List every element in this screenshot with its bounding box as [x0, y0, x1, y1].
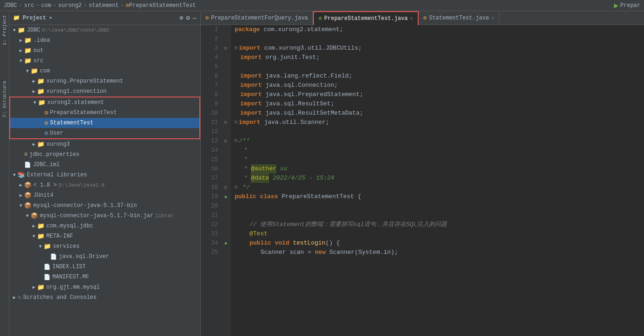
tree-item-xurong3[interactable]: ▶ 📁 xurong3 — [9, 139, 200, 149]
tree-item-index-list[interactable]: 📄 INDEX.LIST — [9, 262, 200, 272]
tree-arrow-collapsed[interactable]: ▶ — [18, 193, 24, 198]
tree-arrow-expanded[interactable]: ▼ — [18, 203, 24, 208]
tree-label-user: User — [50, 130, 64, 136]
tree-label-com-mysql-jdbc: com.mysql.jdbc — [46, 223, 93, 229]
code-line-8: import java.sql.PreparedStatement; — [235, 90, 644, 99]
fold-inline-13[interactable]: ⊟ — [235, 136, 237, 146]
javadoc-17-prefix: * — [240, 174, 251, 183]
code-text-10: java.sql.ResultSetMetaData; — [262, 109, 363, 118]
tree-item-xurong1[interactable]: ▶ 📁 xurong1.connection — [9, 86, 200, 97]
fold-icon-11[interactable]: ⊟ — [224, 120, 227, 125]
tree-item-user[interactable]: ⚙ User — [10, 128, 199, 138]
tree-label-mysql-connector: mysql-connector-java-5.1.37-bin — [33, 202, 137, 209]
tree-item-scratches[interactable]: ▶ ✎ Scratches and Consoles — [9, 292, 200, 303]
fold-inline-11[interactable]: ⊟ — [235, 118, 237, 127]
tree-item-xurong-ps[interactable]: ▶ 📁 xurong.PrepareStatement — [9, 76, 200, 86]
tree-item-jdbc-root[interactable]: ▼ 📁 JDBC D:\Java\JDBC\note\JDBC — [9, 25, 200, 35]
ln-23: 23 — [201, 229, 218, 239]
fold-inline-18[interactable]: ⊟ — [235, 183, 237, 192]
tree-arrow[interactable]: ▼ — [11, 28, 18, 33]
tree-arrow-collapsed[interactable]: ▶ — [18, 48, 24, 53]
project-dropdown-arrow[interactable]: ▾ — [49, 14, 52, 21]
fold-icon-3[interactable]: ⊟ — [224, 45, 227, 51]
run-gutter-19[interactable]: ▶ — [225, 194, 228, 200]
tree-arrow-expanded[interactable]: ▼ — [31, 234, 37, 239]
kw-class-19: class — [260, 192, 278, 201]
locate-icon[interactable]: ⊕ — [179, 14, 183, 22]
tree-item-preparestatementtest[interactable]: ⚙ PrepareStatementTest — [10, 108, 199, 118]
tree-item-mysql-connector[interactable]: ▼ 📦 mysql-connector-java-5.1.37-bin — [9, 200, 200, 211]
breadcrumb-item[interactable]: com — [41, 2, 51, 9]
tree-arrow-collapsed[interactable]: ▶ — [31, 89, 37, 94]
side-tab-structure[interactable]: 7: Structure — [1, 77, 8, 121]
gutter-4 — [222, 53, 231, 62]
tree-arrow-collapsed[interactable]: ▶ — [31, 142, 37, 147]
tree-arrow-expanded[interactable]: ▼ — [18, 58, 24, 64]
red-box-group: ▼ 📁 xurong2.statement ⚙ PrepareStatement… — [9, 97, 200, 139]
breadcrumb-item[interactable]: statement — [89, 2, 119, 9]
breadcrumb-item[interactable]: xurong2 — [58, 2, 82, 9]
tree-item-statementtest[interactable]: ⚙ StatementTest — [10, 118, 199, 128]
tab-preparestatementforquery[interactable]: ⚙ PrepareStatementForQuery.java — [201, 11, 313, 25]
fold-icon-13[interactable]: ⊟ — [224, 138, 227, 144]
tree-item-src[interactable]: ▼ 📁 src — [9, 56, 200, 66]
folder-blue-icon-3: 📁 — [44, 243, 51, 250]
tree-arrow-collapsed[interactable]: ▶ — [18, 38, 24, 43]
breadcrumb-item[interactable]: src — [24, 2, 34, 9]
side-tab-project[interactable]: 1: Project — [1, 11, 8, 49]
tree-item-services[interactable]: ▼ 📁 services — [9, 241, 200, 252]
fold-inline-3[interactable]: ⊟ — [235, 44, 237, 53]
tree-arrow-collapsed[interactable]: ▶ — [31, 284, 37, 290]
minimize-icon[interactable]: — — [193, 14, 197, 22]
breadcrumb-item[interactable]: ⚙ — [126, 2, 129, 9]
tree-item-external-libs[interactable]: ▼ 📚 External Libraries — [9, 170, 200, 180]
tree-label-src: src — [33, 58, 44, 64]
tree-arrow-expanded[interactable]: ▼ — [11, 173, 18, 178]
tab-statementtest[interactable]: ⚙ StatementTest.java ✕ — [419, 11, 499, 25]
tree-item-xurong2[interactable]: ▼ 📁 xurong2.statement — [10, 97, 199, 108]
tree-item-jdbc-iml[interactable]: 📄 JDBC.iml — [9, 160, 200, 170]
tree-arrow-expanded[interactable]: ▼ — [24, 213, 31, 219]
tree-item-org-gjt[interactable]: ▶ 📁 org.gjt.mm.mysql — [9, 282, 200, 292]
tree-item-meta-inf[interactable]: ▼ 📁 META-INF — [9, 231, 200, 241]
code-line-11: ⊟ import java.util.Scanner; — [235, 118, 644, 127]
tree-item-manifest-mf[interactable]: 📄 MANIFEST.MF — [9, 272, 200, 282]
settings-icon[interactable]: ⚙ — [186, 14, 190, 22]
code-line-5 — [235, 62, 644, 71]
kw-import-7: import — [240, 81, 262, 90]
code-content[interactable]: package com.xurong2.statement; ⊟ import … — [231, 25, 644, 336]
gutter-1 — [222, 25, 231, 34]
tree-arrow-expanded[interactable]: ▼ — [24, 69, 31, 74]
tree-item-out[interactable]: ▶ 📁 out — [9, 45, 200, 56]
breadcrumb-item[interactable]: PrepareStatementTest — [129, 2, 196, 9]
tree-item-jdbc-props[interactable]: ≡ jdbc.properties — [9, 149, 200, 160]
tab-label: PrepareStatementForQuery.java — [211, 15, 308, 21]
tab-close-button[interactable]: ✕ — [410, 15, 413, 21]
ln-1: 1 — [201, 25, 218, 34]
code-line-15: * — [235, 155, 644, 164]
fold-icon-18[interactable]: ⊟ — [224, 185, 227, 190]
folder-blue-icon: 📁 — [37, 222, 45, 230]
tree-item-mysql-jar[interactable]: ▼ 📦 mysql-connector-java-5.1.7-bin.jar l… — [9, 211, 200, 221]
tab-preparestatementtest[interactable]: ⚙ PrepareStatementTest.java ✕ — [313, 11, 419, 25]
run-icon[interactable]: ▶ — [614, 1, 618, 10]
tree-item-java-sql-driver[interactable]: 📄 java.sql.Driver — [9, 252, 200, 262]
tree-item-com[interactable]: ▼ 📁 com — [9, 66, 200, 76]
tree-item-idea[interactable]: ▶ 📁 .idea — [9, 35, 200, 45]
tree-arrow-collapsed[interactable]: ▶ — [31, 223, 37, 229]
tree-item-jdk18[interactable]: ▶ 📦 < 1.8 > D:\Java\java1.8 — [9, 180, 200, 190]
gutter-24: ▶ — [222, 239, 231, 248]
gutter-16 — [222, 164, 231, 174]
tree-arrow-collapsed[interactable]: ▶ — [18, 182, 24, 188]
jar-icon: 📦 — [31, 212, 38, 220]
tree-arrow-expanded[interactable]: ▼ — [32, 100, 38, 105]
tree-arrow-collapsed[interactable]: ▶ — [11, 295, 18, 300]
tab-close-button-2[interactable]: ✕ — [491, 15, 495, 21]
breadcrumb-item[interactable]: JDBC — [4, 2, 17, 9]
run-gutter-24[interactable]: ▶ — [225, 240, 228, 246]
java-test-icon: ⚙ — [45, 109, 48, 116]
tree-item-junit4[interactable]: ▶ 📦 JUnit4 — [9, 190, 200, 200]
tree-arrow-expanded[interactable]: ▼ — [37, 244, 44, 249]
tree-item-com-mysql-jdbc[interactable]: ▶ 📁 com.mysql.jdbc — [9, 221, 200, 231]
tree-arrow-collapsed[interactable]: ▶ — [31, 78, 37, 84]
